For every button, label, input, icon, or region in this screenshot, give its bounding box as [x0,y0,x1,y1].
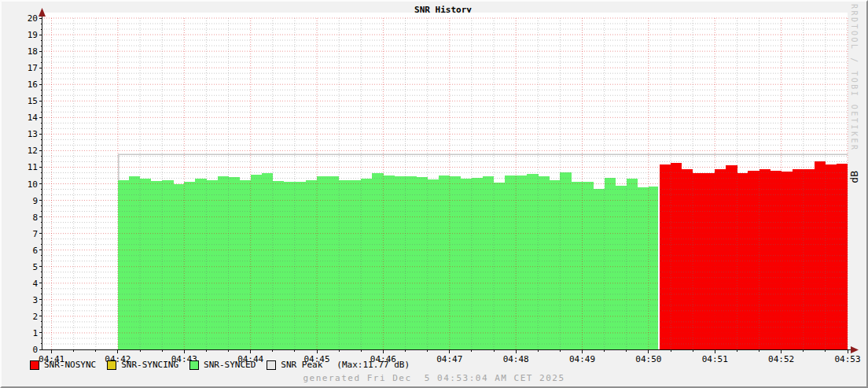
bar [804,169,815,349]
bar [583,182,594,349]
legend-swatch [107,360,116,370]
x-tick-label: 04:52 [768,354,794,364]
bar [140,179,151,349]
y-axis-arrow [39,8,46,17]
legend-label: SNR-SYNCED [204,360,256,370]
bar [616,186,627,349]
bar [461,179,472,349]
legend-swatch [267,360,276,370]
x-tick-label: 04:51 [702,354,728,364]
y-tick-label: 9 [32,196,38,206]
y-tick-label: 15 [28,96,38,106]
legend-item-snr-syncing: SNR-SYNCING [107,360,178,370]
bar [793,169,804,349]
y-tick-label: 7 [32,229,38,239]
x-tick-label: 04:48 [503,354,529,364]
bar [328,176,339,349]
x-axis-arrow [851,346,859,353]
bar [748,171,759,349]
y-tick-label: 5 [32,262,38,272]
x-tick-label: 04:53 [834,354,860,364]
bar [361,179,372,349]
legend-max-note: (Max:11.77 dB) [337,360,410,370]
y-tick-label: 0 [32,345,38,355]
legend-swatch [189,360,199,370]
bar [273,181,284,349]
bar [472,178,483,349]
bar [251,175,262,349]
bar [151,181,162,349]
x-tick-label: 04:49 [569,354,595,364]
bar [383,176,394,349]
bar [682,169,693,349]
bar [284,182,295,349]
bar [428,179,439,349]
bar [516,176,527,349]
bar [450,176,461,349]
bar [317,176,328,349]
y-tick-label: 10 [28,179,38,190]
legend-label: SNR-SYNCING [121,360,178,370]
y-tick-label: 19 [28,30,38,40]
legend-label: SNR-NOSYNC [44,360,96,370]
y-tick-label: 17 [28,63,38,73]
y-tick-label: 18 [28,46,38,57]
rrdtool-graph: SNR History 0123456789101112131415161718… [0,0,868,388]
rrdtool-watermark: RRDTOOL / TOBI OETIKER [850,4,859,151]
bar [782,172,793,349]
bar [417,177,428,349]
bar [605,178,616,349]
bar [627,179,638,349]
bar [538,176,549,349]
y-axis-unit-label: dB [848,171,860,183]
bar [572,182,583,349]
bar [406,176,417,349]
bar [229,177,240,349]
legend-item-snr-nosync: SNR-NOSYNC [30,360,96,370]
legend: SNR-NOSYNCSNR-SYNCINGSNR-SYNCEDSNR Peak(… [30,360,410,370]
y-tick-label: 8 [32,212,38,223]
snr-history-plot: 0123456789101112131415161718192004:4104:… [2,2,866,386]
bar [395,176,406,349]
bar [439,176,450,349]
y-tick-label: 13 [28,129,38,139]
bar [483,176,494,349]
series-snr-nosync [660,161,848,349]
bar [129,176,140,349]
y-tick-label: 11 [28,162,38,172]
bar [218,176,229,349]
legend-item-snr-peak: SNR Peak [267,360,322,370]
bar [195,179,206,349]
legend-swatch [30,360,39,370]
bar [494,183,505,349]
y-tick-label: 3 [32,295,38,305]
y-tick-label: 16 [28,79,38,90]
x-tick-label: 04:50 [635,354,661,364]
series-gap [658,150,660,349]
y-tick-label: 20 [28,13,38,24]
legend-item-snr-synced: SNR-SYNCED [189,360,256,370]
x-tick-label: 04:47 [436,354,462,364]
bar [715,169,726,349]
generated-timestamp: generated Fri Dec 5 04:53:04 AM CET 2025 [2,373,866,383]
y-tick-label: 1 [32,328,38,338]
bar [295,182,306,349]
bar [594,189,605,349]
y-tick-label: 6 [32,246,38,256]
bar [505,176,516,349]
y-tick-label: 12 [28,146,38,156]
bar [771,171,782,349]
y-tick-label: 4 [32,279,38,289]
y-tick-label: 2 [32,312,38,322]
bar [184,182,195,349]
bar [760,169,771,349]
legend-label: SNR Peak [281,360,322,370]
y-tick-label: 14 [28,113,39,123]
